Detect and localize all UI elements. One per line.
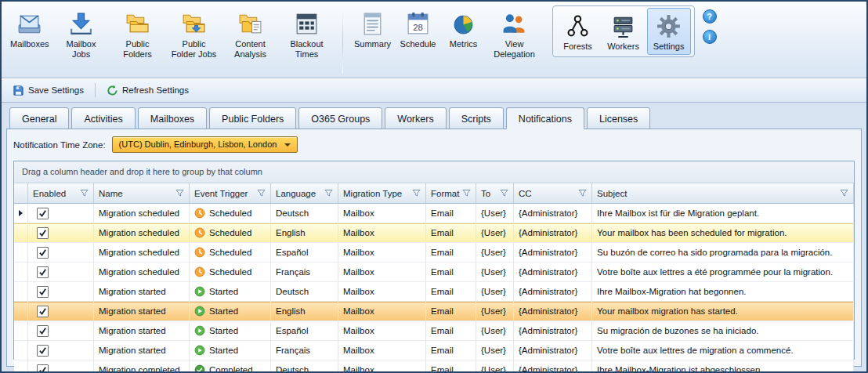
filter-icon[interactable] — [80, 189, 89, 197]
save-settings-label: Save Settings — [28, 85, 84, 95]
table-row[interactable]: Migration scheduledScheduledDeutschMailb… — [14, 204, 854, 223]
enabled-checkbox[interactable] — [37, 208, 49, 219]
table-row[interactable]: Migration startedStartedDeutschMailboxEm… — [14, 282, 854, 302]
row-indicator-cell — [14, 360, 28, 373]
save-icon — [13, 85, 24, 96]
column-header-format[interactable]: Format — [426, 183, 476, 204]
ribbon-button-metrics[interactable]: Metrics — [442, 5, 486, 53]
column-header-enabled[interactable]: Enabled — [28, 183, 94, 204]
ribbon-button-mailboxes[interactable]: Mailboxes — [7, 5, 52, 53]
enabled-checkbox[interactable] — [37, 247, 49, 259]
cc-cell: {Administrator} — [514, 223, 592, 243]
event-trigger-cell: Scheduled — [190, 263, 271, 282]
svg-text:28: 28 — [413, 22, 423, 31]
language-cell: Français — [271, 341, 338, 360]
ribbon-button-blackout-times[interactable]: Blackout Times — [280, 5, 335, 62]
migration-type-cell: Mailbox — [338, 263, 426, 282]
column-header-cc[interactable]: CC — [514, 183, 592, 204]
filter-icon[interactable] — [500, 189, 508, 197]
column-header-subject[interactable]: Subject — [592, 183, 854, 204]
cc-cell: {Administrator} — [514, 341, 592, 360]
enabled-checkbox[interactable] — [37, 345, 49, 357]
table-row[interactable]: Migration scheduledScheduledFrançaisMail… — [14, 263, 854, 282]
table-row[interactable]: Migration completedCompletedDeutschMailb… — [14, 360, 854, 373]
trigger-scheduled-icon — [194, 227, 205, 238]
column-header-language[interactable]: Language — [271, 183, 338, 204]
table-row[interactable]: Migration startedStartedEnglishMailboxEm… — [14, 302, 854, 321]
ribbon-button-forests[interactable]: Forests — [556, 8, 600, 55]
enabled-checkbox[interactable] — [37, 286, 49, 298]
blackout-times-icon — [294, 9, 320, 38]
settings-toolbar: Save Settings Refresh Settings — [2, 78, 866, 103]
format-cell: Email — [426, 321, 476, 341]
timezone-select[interactable]: (UTC) Dublin, Edinburgh, Lisbon, London — [112, 136, 298, 153]
tab-mailboxes[interactable]: Mailboxes — [138, 107, 207, 129]
language-cell: English — [271, 302, 338, 321]
group-by-bar[interactable]: Drag a column header and drop it here to… — [14, 161, 854, 183]
event-trigger-cell: Started — [190, 321, 271, 341]
save-settings-button[interactable]: Save Settings — [8, 82, 89, 99]
tab-workers[interactable]: Workers — [385, 107, 446, 129]
trigger-label: Scheduled — [209, 248, 251, 257]
name-cell: Migration scheduled — [94, 243, 190, 263]
ribbon-button-summary[interactable]: Summary — [351, 5, 395, 53]
table-row[interactable]: Migration scheduledScheduledEspañolMailb… — [14, 243, 854, 263]
filter-icon[interactable] — [257, 189, 266, 197]
filter-icon[interactable] — [462, 189, 471, 197]
filter-icon[interactable] — [175, 189, 184, 197]
tab-scripts[interactable]: Scripts — [449, 107, 504, 129]
notifications-grid: Drag a column header and drop it here to… — [13, 161, 855, 360]
column-header-event-trigger[interactable]: Event Trigger — [190, 183, 271, 204]
tab-public-folders[interactable]: Public Folders — [209, 107, 296, 129]
tab-o365-groups[interactable]: O365 Groups — [298, 107, 382, 129]
enabled-cell — [28, 302, 94, 321]
trigger-completed-icon — [194, 364, 205, 373]
subject-cell: Su migración de buzones se ha iniciado. — [592, 321, 854, 341]
enabled-cell — [28, 263, 94, 282]
enabled-checkbox[interactable] — [37, 266, 49, 278]
column-header-label: CC — [519, 189, 532, 198]
ribbon-button-view-delegation[interactable]: View Delegation — [487, 5, 542, 62]
timezone-row: Notification Time Zone: (UTC) Dublin, Ed… — [13, 136, 855, 153]
language-cell: Español — [271, 321, 338, 341]
ribbon-button-public-folder-jobs[interactable]: Public Folder Jobs — [167, 5, 222, 62]
enabled-checkbox[interactable] — [37, 306, 49, 317]
column-header-name[interactable]: Name — [94, 183, 190, 204]
refresh-icon — [107, 85, 118, 96]
ribbon-button-mailbox-jobs[interactable]: Mailbox Jobs — [54, 5, 109, 62]
language-cell: English — [271, 223, 338, 243]
table-row[interactable]: Migration startedStartedFrançaisMailboxE… — [14, 341, 854, 360]
enabled-checkbox[interactable] — [37, 325, 49, 337]
tab-general[interactable]: General — [9, 107, 69, 129]
row-indicator-cell — [14, 302, 28, 321]
event-trigger-cell: Scheduled — [190, 223, 271, 243]
help-button[interactable]: ? — [703, 9, 717, 24]
filter-icon[interactable] — [412, 189, 421, 197]
ribbon-button-public-folders[interactable]: Public Folders — [110, 5, 165, 62]
filter-icon[interactable] — [840, 189, 848, 197]
filter-icon[interactable] — [578, 189, 587, 197]
question-icon: ? — [707, 12, 712, 21]
info-button[interactable]: i — [703, 30, 717, 44]
refresh-settings-button[interactable]: Refresh Settings — [102, 82, 193, 99]
column-header-migration-type[interactable]: Migration Type — [338, 183, 426, 204]
ribbon-button-workers[interactable]: Workers — [602, 8, 646, 55]
to-cell: {User} — [476, 360, 514, 373]
ribbon-button-content-analysis[interactable]: Content Analysis — [223, 5, 278, 62]
tab-activities[interactable]: Activities — [71, 107, 135, 129]
column-header-to[interactable]: To — [476, 183, 514, 204]
tab-licenses[interactable]: Licenses — [587, 107, 650, 129]
cc-cell: {Administrator} — [514, 321, 592, 341]
mailbox-jobs-icon — [68, 9, 94, 38]
table-row[interactable]: Migration scheduledScheduledEnglishMailb… — [14, 223, 854, 243]
language-cell: Deutsch — [271, 204, 338, 223]
column-header-label: To — [481, 189, 490, 198]
ribbon-button-settings[interactable]: Settings — [647, 8, 691, 55]
enabled-checkbox[interactable] — [37, 364, 49, 373]
filter-icon[interactable] — [324, 189, 333, 197]
cc-cell: {Administrator} — [514, 282, 592, 302]
tab-notifications[interactable]: Notifications — [506, 107, 584, 129]
table-row[interactable]: Migration startedStartedEspañolMailboxEm… — [14, 321, 854, 341]
ribbon-button-schedule[interactable]: 28Schedule — [396, 5, 440, 53]
enabled-checkbox[interactable] — [37, 227, 49, 239]
